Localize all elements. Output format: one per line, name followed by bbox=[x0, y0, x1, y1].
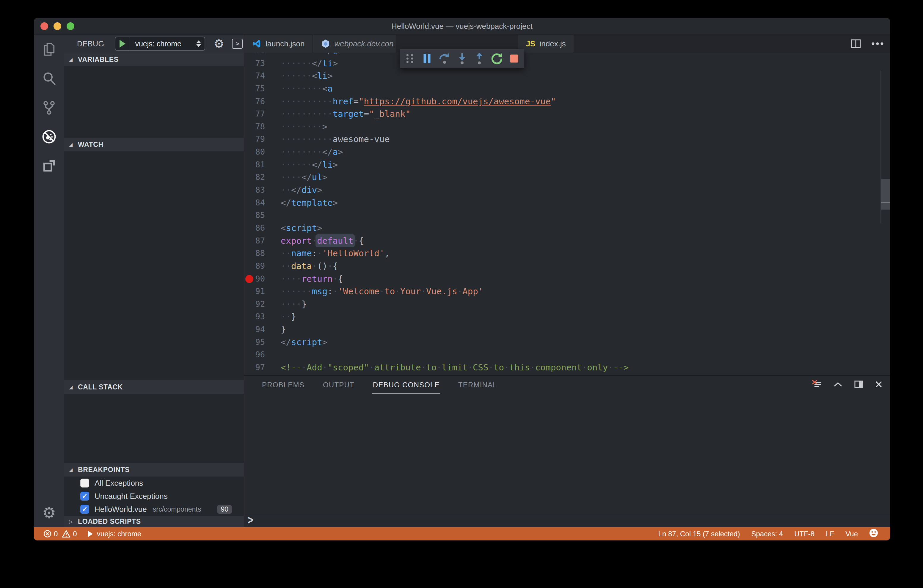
source-control-icon[interactable] bbox=[34, 93, 64, 122]
code-line[interactable]: 74······<li> bbox=[244, 69, 880, 82]
code-editor[interactable]: 72········</a>73······</li>74······<li>7… bbox=[244, 53, 890, 375]
more-actions-icon[interactable] bbox=[872, 42, 884, 45]
pause-button[interactable] bbox=[420, 51, 434, 66]
code-line[interactable]: 81······</li> bbox=[244, 158, 880, 171]
search-icon[interactable] bbox=[34, 64, 64, 93]
minimize-window-button[interactable] bbox=[54, 22, 61, 30]
code-line[interactable]: 94} bbox=[244, 323, 880, 336]
panel-tab-problems[interactable]: PROBLEMS bbox=[261, 376, 305, 394]
problems-status[interactable]: 0 bbox=[43, 530, 57, 538]
debug-icon[interactable] bbox=[34, 122, 64, 151]
status-bar: 0 0 vuejs: chrome Ln 87, Col 15 (7 selec… bbox=[34, 527, 890, 540]
clear-console-icon[interactable] bbox=[812, 380, 821, 389]
debug-config-selector[interactable]: vuejs: chrome bbox=[115, 36, 205, 51]
code-line[interactable]: 95</script> bbox=[244, 336, 880, 349]
code-line[interactable]: 86<script> bbox=[244, 222, 880, 235]
line-number: 83 bbox=[244, 184, 265, 197]
editor-tab-launch-json[interactable]: launch.json bbox=[244, 35, 313, 53]
line-number: 79 bbox=[244, 133, 265, 146]
split-editor-icon[interactable] bbox=[851, 39, 861, 48]
drag-grip-handle[interactable] bbox=[402, 51, 417, 66]
section-header-watch[interactable]: ◢ WATCH bbox=[64, 138, 244, 151]
debug-play-icon[interactable] bbox=[88, 531, 93, 537]
breakpoint-row[interactable]: ✓HelloWorld.vuesrc/components90 bbox=[64, 503, 244, 516]
step-over-button[interactable] bbox=[437, 51, 452, 66]
smiley-feedback-icon[interactable] bbox=[869, 529, 878, 539]
code-line[interactable]: 88··name:·'HelloWorld', bbox=[244, 247, 880, 260]
code-line[interactable]: 78········> bbox=[244, 120, 880, 133]
breakpoint-checkbox[interactable]: ✓ bbox=[80, 492, 89, 501]
code-line[interactable]: 91······msg:·'Welcome·to·Your·Vue.js·App… bbox=[244, 285, 880, 298]
tab-label: webpack.dev.con bbox=[335, 39, 394, 48]
line-content: </template> bbox=[281, 197, 338, 209]
restart-button[interactable] bbox=[489, 51, 504, 66]
section-header-call-stack[interactable]: ◢ CALL STACK bbox=[64, 380, 244, 394]
section-label: BREAKPOINTS bbox=[78, 466, 130, 474]
status-item[interactable]: Vue bbox=[846, 530, 858, 538]
breakpoint-row[interactable]: All Exceptions bbox=[64, 476, 244, 489]
open-console-icon[interactable]: > bbox=[232, 39, 243, 49]
breakpoint-checkbox[interactable]: ✓ bbox=[80, 505, 89, 514]
breakpoint-label: Uncaught Exceptions bbox=[95, 492, 168, 501]
step-into-button[interactable] bbox=[455, 51, 470, 66]
code-line[interactable]: 80········</a> bbox=[244, 146, 880, 158]
code-line[interactable]: 83··</div> bbox=[244, 184, 880, 197]
status-item[interactable]: Ln 87, Col 15 (7 selected) bbox=[659, 530, 740, 538]
twistie-icon: ◢ bbox=[69, 142, 73, 148]
status-item[interactable]: Spaces: 4 bbox=[751, 530, 783, 538]
code-line[interactable]: 96 bbox=[244, 348, 880, 361]
extensions-icon[interactable] bbox=[34, 151, 64, 181]
status-item[interactable]: LF bbox=[826, 530, 834, 538]
config-spinner-icon[interactable] bbox=[196, 40, 201, 47]
start-debug-icon[interactable] bbox=[120, 40, 125, 48]
code-line[interactable]: 84</template> bbox=[244, 197, 880, 209]
editor-scrollbar[interactable] bbox=[880, 71, 890, 223]
code-line[interactable]: 77··········target="_blank" bbox=[244, 108, 880, 120]
line-number: 94 bbox=[244, 323, 265, 336]
code-line[interactable]: 87export·default·{ bbox=[244, 235, 880, 247]
section-header-variables[interactable]: ◢ VARIABLES bbox=[64, 53, 244, 66]
line-content: export·default·{ bbox=[281, 235, 364, 247]
code-line[interactable]: 89··data·()·{ bbox=[244, 260, 880, 273]
panel-tab-terminal[interactable]: TERMINAL bbox=[458, 376, 498, 394]
panel-tab-debug-console[interactable]: DEBUG CONSOLE bbox=[372, 376, 440, 394]
section-header-breakpoints[interactable]: ◢ BREAKPOINTS bbox=[64, 463, 244, 476]
section-header-loaded-scripts[interactable]: ▷ LOADED SCRIPTS bbox=[64, 516, 244, 527]
line-content: ········</a> bbox=[281, 53, 343, 57]
warnings-status[interactable]: 0 bbox=[62, 530, 77, 538]
panel-tab-output[interactable]: OUTPUT bbox=[322, 376, 355, 394]
close-window-button[interactable] bbox=[41, 22, 48, 30]
status-item[interactable]: UTF-8 bbox=[794, 530, 815, 538]
breakpoint-row[interactable]: ✓Uncaught Exceptions bbox=[64, 489, 244, 503]
line-content: ········</a> bbox=[281, 146, 343, 158]
debug-target-label[interactable]: vuejs: chrome bbox=[97, 530, 141, 538]
split-panel-icon[interactable] bbox=[854, 381, 863, 388]
breakpoint-checkbox[interactable] bbox=[80, 479, 89, 488]
configure-gear-icon[interactable]: ⚙ bbox=[214, 38, 224, 50]
code-line[interactable]: 72········</a> bbox=[244, 53, 880, 57]
editor-tab-index-js[interactable]: JSindex.js bbox=[518, 35, 574, 53]
line-content: ··········target="_blank" bbox=[281, 108, 411, 120]
editor-tab-webpack-dev-con[interactable]: webpack.dev.con bbox=[313, 35, 396, 53]
code-line[interactable]: 79··········awesome-vue bbox=[244, 133, 880, 146]
code-line[interactable]: 90····return·{ bbox=[244, 273, 880, 286]
stop-button[interactable] bbox=[507, 51, 522, 66]
line-number: 78 bbox=[244, 120, 265, 133]
code-line[interactable]: 76··········href="https://github.com/vue… bbox=[244, 95, 880, 108]
zoom-window-button[interactable] bbox=[67, 22, 74, 30]
code-line[interactable]: 82····</ul> bbox=[244, 171, 880, 184]
code-line[interactable]: 97<!--·Add·"scoped"·attribute·to·limit·C… bbox=[244, 361, 880, 374]
code-line[interactable]: 92····} bbox=[244, 298, 880, 310]
line-number: 85 bbox=[244, 209, 265, 222]
code-line[interactable]: 93··} bbox=[244, 310, 880, 323]
settings-gear-icon[interactable]: ⚙ bbox=[34, 505, 64, 521]
step-out-button[interactable] bbox=[472, 51, 487, 66]
code-line[interactable]: 73······</li> bbox=[244, 57, 880, 70]
scrollbar-thumb[interactable] bbox=[881, 179, 890, 210]
collapse-panel-icon[interactable] bbox=[833, 382, 843, 387]
code-line[interactable]: 85 bbox=[244, 209, 880, 222]
code-line[interactable]: 75········<a bbox=[244, 82, 880, 95]
explorer-icon[interactable] bbox=[34, 35, 64, 64]
close-panel-icon[interactable] bbox=[875, 381, 882, 388]
debug-console-input[interactable]: > bbox=[244, 514, 890, 527]
